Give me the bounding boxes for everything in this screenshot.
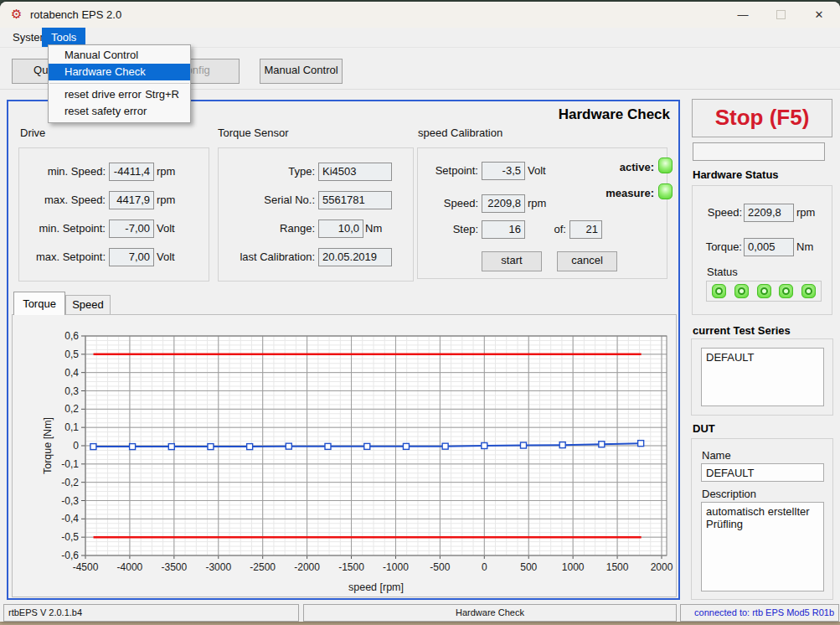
svg-text:0,3: 0,3 [64, 385, 79, 397]
max-setpoint-field[interactable]: 7,00 [109, 248, 154, 266]
maximize-icon [776, 10, 786, 19]
menu-item-hardware-check[interactable]: Hardware Check [49, 64, 190, 80]
speed-calibration-group: Setpoint: -3,5 Volt Speed: 2209,8 rpm St… [417, 147, 667, 279]
hw-speed-field[interactable]: 2209,8 [744, 204, 794, 222]
serial-label: Serial No.: [219, 194, 315, 206]
svg-text:-0,6: -0,6 [61, 550, 79, 561]
torque-sensor-group-title: Torque Sensor [218, 127, 289, 139]
min-speed-unit: rpm [157, 165, 175, 178]
of-field[interactable]: 21 [569, 220, 602, 239]
svg-text:0,6: 0,6 [64, 330, 79, 342]
cal-speed-field[interactable]: 2209,8 [482, 194, 525, 213]
hw-torque-label: Torque: [693, 240, 742, 253]
maximize-button[interactable] [762, 2, 799, 28]
min-speed-field[interactable]: -4411,4 [109, 163, 154, 181]
of-label: of: [539, 223, 566, 235]
hw-speed-label: Speed: [693, 206, 742, 219]
svg-text:speed [rpm]: speed [rpm] [348, 581, 404, 593]
min-setpoint-label: min. Setpoint: [19, 222, 106, 235]
step-field[interactable]: 16 [482, 220, 525, 239]
drive-group: min. Speed: -4411,4 rpm max. Speed: 4417… [18, 147, 209, 282]
active-label: active: [585, 161, 654, 173]
menu-item-manual-control[interactable]: Manual Control [49, 47, 190, 64]
menu-item-reset-drive-error-shortcut: Strg+R [145, 86, 179, 103]
test-series-list[interactable]: DEFAULT [701, 348, 824, 406]
menu-item-reset-drive-error[interactable]: reset drive error Strg+R [49, 86, 190, 103]
svg-text:-0,4: -0,4 [61, 513, 79, 524]
panel-title: Hardware Check [559, 106, 670, 123]
step-label: Step: [418, 223, 478, 235]
calibration-field[interactable]: 20.05.2019 [318, 248, 392, 266]
svg-text:0,5: 0,5 [64, 349, 79, 360]
dut-name-field[interactable]: DEFAULT [701, 463, 824, 482]
status-led-box [706, 281, 822, 302]
setpoint-label: Setpoint: [418, 164, 478, 177]
tab-torque[interactable]: Torque [13, 292, 65, 315]
max-setpoint-label: max. Setpoint: [19, 251, 106, 263]
svg-text:2000: 2000 [651, 561, 673, 573]
statusbar-mode: Hardware Check [303, 604, 677, 622]
svg-text:-0,2: -0,2 [61, 477, 79, 488]
hardware-status-group: Speed: 2209,8 rpm Torque: 0,005 Nm Statu… [692, 185, 832, 315]
test-series-group: DEFAULT [691, 338, 833, 416]
range-label: Range: [219, 222, 315, 235]
max-speed-field[interactable]: 4417,9 [109, 191, 154, 209]
menu-item-reset-safety-error[interactable]: reset safety error [49, 103, 190, 120]
hardware-status-title: Hardware Status [693, 168, 779, 181]
test-series-title: current Test Series [693, 324, 791, 337]
status-led-2 [734, 284, 749, 298]
torque-chart: -4500-4000-3500-3000-2500-2000-1500-1000… [13, 315, 676, 597]
statusbar-connection: connected to: rtb EPS Mod5 R01b 000058 [680, 604, 839, 622]
cal-speed-unit: rpm [528, 197, 546, 209]
minimize-button[interactable]: — [724, 2, 761, 28]
close-button[interactable]: ✕ [801, 2, 837, 28]
dut-group: Name DEFAULT Description automatisch ers… [691, 438, 833, 600]
range-field[interactable]: 10,0 [318, 220, 363, 238]
svg-text:0,2: 0,2 [64, 403, 79, 415]
svg-text:Torque [Nm]: Torque [Nm] [42, 417, 54, 474]
hw-speed-unit: rpm [796, 206, 815, 219]
dut-title: DUT [693, 422, 715, 435]
menu-separator [49, 83, 189, 84]
measure-label: measure: [585, 187, 654, 199]
serial-field[interactable]: 5561781 [318, 191, 392, 209]
setpoint-field[interactable]: -3,5 [482, 162, 525, 180]
max-setpoint-unit: Volt [157, 251, 175, 263]
dut-name-label: Name [702, 449, 731, 462]
cancel-button[interactable]: cancel [557, 251, 617, 271]
message-field[interactable] [693, 142, 825, 161]
stop-button[interactable]: Stop (F5) [692, 99, 832, 137]
measure-led-indicator [658, 183, 673, 199]
app-gear-icon: ⚙ [11, 8, 22, 21]
svg-text:-2500: -2500 [250, 561, 276, 573]
torque-sensor-group: Type: Ki4503 Serial No.: 5561781 Range: … [218, 147, 414, 282]
svg-text:500: 500 [520, 561, 537, 573]
start-button[interactable]: start [482, 251, 542, 271]
min-setpoint-unit: Volt [157, 222, 175, 235]
min-speed-label: min. Speed: [19, 165, 106, 178]
svg-text:-0,5: -0,5 [61, 531, 79, 543]
status-led-5 [801, 284, 816, 298]
active-led-indicator [658, 158, 673, 173]
hw-torque-unit: Nm [796, 240, 813, 253]
svg-text:-2000: -2000 [294, 561, 320, 573]
svg-text:1500: 1500 [606, 561, 629, 573]
torque-chart-page: -4500-4000-3500-3000-2500-2000-1500-1000… [12, 314, 677, 597]
status-led-1 [712, 284, 726, 298]
svg-text:0,4: 0,4 [64, 367, 79, 379]
svg-text:-0,1: -0,1 [61, 458, 79, 470]
svg-text:-4000: -4000 [117, 561, 143, 573]
dut-description-field[interactable]: automatisch erstellter Prüfling [701, 502, 824, 591]
status-label: Status [707, 266, 738, 278]
svg-text:1000: 1000 [562, 561, 585, 573]
menu-item-reset-drive-error-label: reset drive error [64, 88, 142, 101]
window-title: rotabench EPS 2.0 [30, 8, 121, 21]
hw-torque-field[interactable]: 0,005 [744, 238, 794, 256]
statusbar-version: rtbEPS V 2.0.1.b4 [3, 604, 299, 622]
type-field[interactable]: Ki4503 [318, 163, 392, 181]
manual-control-button[interactable]: Manual Control [260, 59, 343, 84]
range-unit: Nm [365, 222, 382, 235]
min-setpoint-field[interactable]: -7,00 [109, 220, 154, 238]
max-speed-unit: rpm [157, 194, 175, 206]
tab-speed[interactable]: Speed [65, 295, 111, 314]
